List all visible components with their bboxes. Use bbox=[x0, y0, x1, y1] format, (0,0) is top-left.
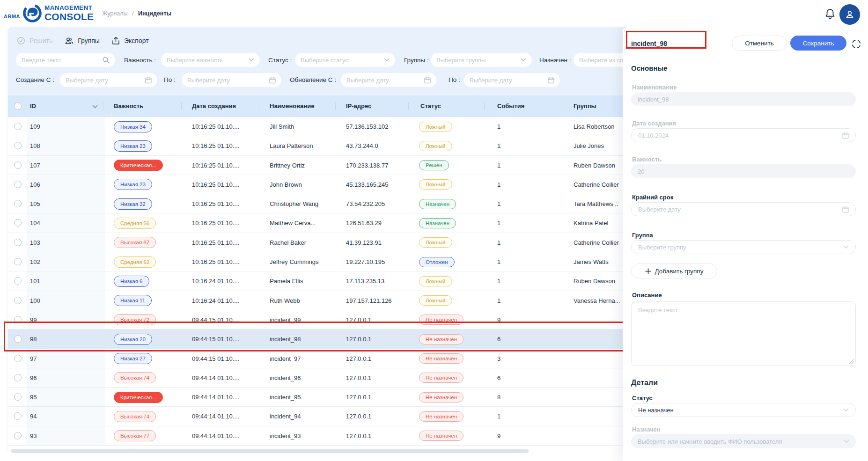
status-badge: Ложный bbox=[419, 122, 452, 132]
status-filter-select[interactable]: Выберите статус bbox=[295, 53, 395, 67]
cell-created: 09:44:14 01.10.... bbox=[192, 388, 239, 407]
sort-chevron-icon[interactable] bbox=[92, 105, 98, 109]
severity-filter-select[interactable]: Выберите важность bbox=[161, 53, 260, 67]
row-checkbox[interactable] bbox=[14, 277, 22, 285]
group-field-select[interactable]: Выберите группу bbox=[631, 240, 856, 254]
cell-events: 3 bbox=[497, 349, 500, 368]
breadcrumb-parent[interactable]: Журналы bbox=[102, 10, 128, 17]
cell-id: 95 bbox=[30, 388, 37, 407]
id-column-shade bbox=[27, 407, 105, 425]
export-button[interactable]: Экспорт bbox=[112, 37, 149, 45]
cell-name: Laura Patterson bbox=[270, 136, 313, 155]
horizontal-scrollbar[interactable] bbox=[11, 449, 529, 453]
groups-filter-select[interactable]: Выберите группы bbox=[431, 53, 532, 67]
logo-arma-text: ARMA bbox=[4, 14, 20, 19]
updated-to-date-input[interactable]: Выберите дату bbox=[464, 73, 560, 87]
id-column-shade bbox=[27, 388, 105, 406]
select-all-checkbox[interactable] bbox=[14, 102, 22, 110]
cell-events: 8 bbox=[497, 388, 500, 407]
row-checkbox[interactable] bbox=[14, 393, 22, 401]
column-header-name[interactable]: Наименование bbox=[270, 95, 314, 117]
date-placeholder: Выберите дату bbox=[470, 77, 548, 84]
row-checkbox[interactable] bbox=[14, 200, 22, 207]
chevron-down-icon bbox=[843, 245, 849, 249]
column-header-id[interactable]: ID bbox=[30, 95, 36, 117]
deadline-placeholder: Выберите дату bbox=[638, 206, 842, 213]
status-badge: Ложный bbox=[419, 237, 452, 248]
calendar-icon bbox=[424, 77, 431, 84]
groups-filter-label: Группы : bbox=[404, 57, 428, 64]
row-checkbox[interactable] bbox=[14, 123, 22, 130]
add-group-button[interactable]: Добавить группу bbox=[631, 263, 717, 278]
app-logo[interactable]: ARMA MANAGEMENT CONSOLE bbox=[4, 3, 94, 23]
cell-id: 93 bbox=[30, 426, 37, 446]
row-checkbox[interactable] bbox=[14, 161, 22, 169]
cell-events: 6 bbox=[497, 368, 500, 388]
column-header-status[interactable]: Статус bbox=[420, 95, 441, 117]
date-placeholder: Выберите дату bbox=[66, 77, 145, 84]
severity-badge: Критическая... bbox=[114, 160, 163, 171]
groups-button[interactable]: Группы bbox=[65, 37, 100, 45]
row-checkbox[interactable] bbox=[14, 219, 22, 227]
row-checkbox[interactable] bbox=[14, 142, 22, 149]
resolve-button[interactable]: Решить bbox=[17, 37, 52, 45]
cell-id: 106 bbox=[30, 175, 40, 194]
column-header-groups[interactable]: Группы bbox=[574, 95, 596, 117]
created-field-input: 01.10.2024 bbox=[631, 128, 856, 142]
user-avatar[interactable] bbox=[839, 4, 860, 25]
row-checkbox[interactable] bbox=[14, 432, 22, 439]
row-checkbox[interactable] bbox=[14, 374, 22, 381]
column-header-severity[interactable]: Важность bbox=[114, 95, 143, 117]
search-input[interactable]: Введите текст bbox=[16, 53, 115, 67]
updated-from-label: Обновление С : bbox=[290, 76, 336, 83]
annotation-box-panel-title bbox=[626, 31, 706, 49]
save-button[interactable]: Сохранить bbox=[790, 36, 846, 51]
cell-id: 102 bbox=[30, 252, 40, 271]
calendar-icon bbox=[842, 132, 849, 139]
severity-badge: Низкая 27 bbox=[114, 353, 152, 364]
plus-icon bbox=[645, 268, 651, 274]
row-checkbox[interactable] bbox=[14, 355, 22, 362]
updated-from-date-input[interactable]: Выберите дату bbox=[341, 73, 436, 87]
cell-ip: 43.73.244.0 bbox=[346, 136, 378, 155]
cell-ip: 126.51.63.29 bbox=[346, 213, 382, 233]
row-checkbox[interactable] bbox=[14, 258, 22, 265]
row-checkbox[interactable] bbox=[14, 297, 22, 304]
row-checkbox[interactable] bbox=[14, 239, 22, 246]
notifications-bell-icon[interactable] bbox=[824, 8, 836, 21]
created-to-date-input[interactable]: Выберите дату bbox=[182, 73, 281, 87]
chevron-down-icon bbox=[844, 439, 849, 443]
status-field-select[interactable]: Не назначен bbox=[631, 403, 856, 417]
column-header-ip[interactable]: IP-адрес bbox=[346, 95, 371, 117]
column-header-created[interactable]: Дата создания bbox=[192, 95, 236, 117]
row-checkbox[interactable] bbox=[14, 181, 22, 188]
panel-divider bbox=[623, 55, 868, 55]
cell-id: 103 bbox=[30, 233, 40, 252]
export-icon bbox=[112, 37, 120, 45]
resize-handle[interactable] bbox=[849, 359, 854, 364]
id-column-shade bbox=[27, 349, 105, 368]
cell-name: Jill Smith bbox=[270, 117, 294, 136]
created-from-date-input[interactable]: Выберите дату bbox=[60, 73, 157, 87]
calendar-icon bbox=[269, 77, 276, 84]
deadline-field-input[interactable]: Выберите дату bbox=[631, 202, 856, 216]
group-placeholder: Выберите группу bbox=[638, 244, 843, 251]
date-placeholder: Выберите дату bbox=[346, 77, 424, 84]
status-badge: Не назначен bbox=[419, 431, 463, 441]
description-textarea[interactable]: Введите текст bbox=[631, 301, 856, 366]
cell-name: incident_93 bbox=[270, 426, 301, 446]
cancel-button[interactable]: Отменить bbox=[732, 36, 787, 51]
deadline-field-label: Крайний срок bbox=[632, 194, 673, 201]
status-badge: Ложный bbox=[419, 141, 452, 151]
id-column-shade bbox=[27, 368, 105, 387]
severity-badge: Низкая 34 bbox=[114, 121, 152, 132]
column-header-events[interactable]: События bbox=[497, 95, 524, 117]
cell-events: 1 bbox=[497, 117, 500, 136]
chevron-down-icon bbox=[384, 58, 390, 62]
row-checkbox[interactable] bbox=[14, 412, 22, 420]
chevron-down-icon bbox=[843, 408, 849, 412]
expand-icon[interactable] bbox=[851, 39, 861, 49]
logo-line1: MANAGEMENT bbox=[44, 5, 94, 11]
cell-ip: 19.227.10.195 bbox=[346, 252, 385, 271]
cell-name: incident_95 bbox=[270, 388, 301, 407]
